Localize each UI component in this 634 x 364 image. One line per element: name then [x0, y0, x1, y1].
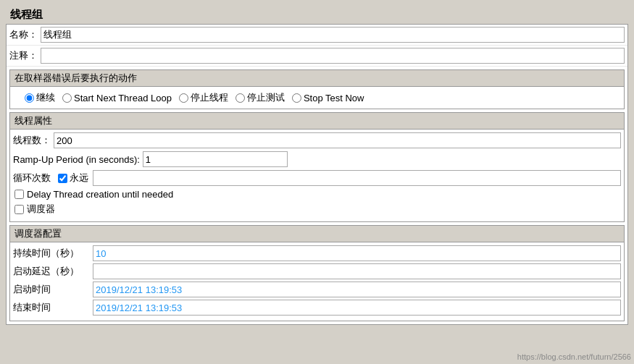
option-start-next[interactable]: Start Next Thread Loop — [62, 93, 172, 103]
option-stop-test-now[interactable]: Stop Test Now — [292, 93, 364, 103]
start-time-row: 启动时间 — [13, 282, 621, 297]
comment-label: 注释： — [9, 49, 38, 62]
radio-continue-label: 继续 — [36, 91, 55, 104]
end-time-label: 结束时间 — [13, 301, 93, 314]
name-label: 名称： — [9, 28, 38, 41]
name-input[interactable] — [41, 27, 625, 43]
start-time-label: 启动时间 — [13, 283, 93, 296]
radio-continue[interactable] — [25, 93, 34, 103]
delay-thread-label: Delay Thread creation until needed — [27, 189, 173, 200]
loop-count-label: 循环次数 — [13, 172, 51, 185]
end-time-row: 结束时间 — [13, 300, 621, 316]
watermark: https://blog.csdn.net/futurn/2566 — [517, 352, 631, 361]
option-stop-test[interactable]: 停止测试 — [235, 91, 285, 104]
ramp-up-label: Ramp-Up Period (in seconds): — [13, 154, 140, 165]
sampler-error-section: 在取样器错误后要执行的动作 继续 Start Next Thread Loop … — [9, 69, 625, 109]
startup-delay-label: 启动延迟（秒） — [13, 265, 93, 278]
sampler-error-title: 在取样器错误后要执行的动作 — [10, 70, 624, 87]
option-stop-thread[interactable]: 停止线程 — [179, 91, 228, 104]
thread-props-title: 线程属性 — [10, 113, 624, 130]
name-row: 名称： — [7, 25, 627, 46]
scheduler-checkbox-label: 调度器 — [27, 203, 55, 216]
ramp-up-row: Ramp-Up Period (in seconds): — [13, 151, 621, 167]
end-time-input[interactable] — [93, 300, 621, 316]
loop-forever-label: 永远 — [70, 172, 88, 185]
radio-stop-test-now-label: Stop Test Now — [304, 93, 364, 103]
scheduler-checkbox-row: 调度器 — [13, 203, 621, 216]
radio-start-next[interactable] — [62, 93, 72, 103]
thread-props-section: 线程属性 线程数： Ramp-Up Period (in seconds): 循… — [9, 112, 625, 222]
delay-thread-checkbox[interactable] — [14, 190, 24, 199]
duration-input[interactable] — [93, 245, 621, 261]
radio-start-next-label: Start Next Thread Loop — [74, 93, 172, 103]
startup-delay-input[interactable] — [93, 263, 621, 279]
radio-options-row: 继续 Start Next Thread Loop 停止线程 停止测试 Stop… — [10, 87, 624, 109]
scheduler-checkbox[interactable] — [14, 205, 24, 214]
page-title: 线程组 — [6, 6, 628, 24]
scheduler-title: 调度器配置 — [10, 226, 624, 242]
radio-stop-thread[interactable] — [179, 93, 188, 103]
radio-stop-test[interactable] — [235, 93, 245, 103]
thread-count-row: 线程数： — [13, 132, 621, 148]
startup-delay-row: 启动延迟（秒） — [13, 263, 621, 279]
radio-stop-thread-label: 停止线程 — [191, 91, 228, 104]
loop-count-input[interactable] — [93, 170, 621, 186]
scheduler-section: 调度器配置 持续时间（秒） 启动延迟（秒） 启动时间 — [9, 225, 625, 321]
option-continue[interactable]: 继续 — [25, 91, 55, 104]
delay-thread-row: Delay Thread creation until needed — [13, 189, 621, 200]
start-time-input[interactable] — [93, 282, 621, 297]
duration-label: 持续时间（秒） — [13, 247, 93, 260]
duration-row: 持续时间（秒） — [13, 245, 621, 261]
loop-count-row: 循环次数 永远 — [13, 170, 621, 186]
thread-count-input[interactable] — [54, 132, 621, 148]
thread-count-label: 线程数： — [13, 134, 51, 147]
ramp-up-input[interactable] — [143, 151, 288, 167]
radio-stop-test-now[interactable] — [292, 93, 301, 103]
comment-row: 注释： — [7, 46, 627, 67]
comment-input[interactable] — [41, 48, 625, 64]
loop-forever-checkbox[interactable] — [58, 174, 67, 183]
radio-stop-test-label: 停止测试 — [247, 91, 285, 104]
